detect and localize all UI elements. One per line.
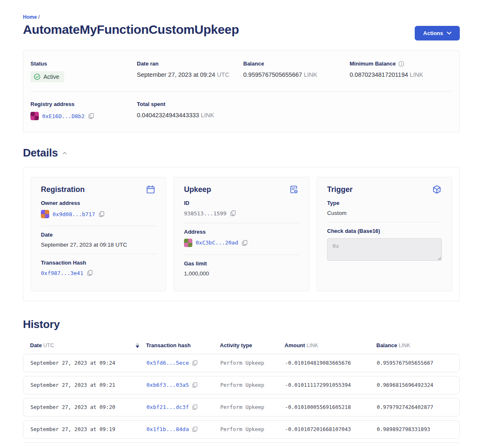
upkeep-address-identicon xyxy=(184,239,192,247)
summary-divider xyxy=(30,91,452,92)
row-activity-type: Perform Upkeep xyxy=(220,360,285,366)
check-data-textarea[interactable] xyxy=(327,238,442,261)
upkeep-address-link[interactable]: 0xC3bC...20ad xyxy=(196,240,238,246)
row-date: September 27, 2023 at 09:21 xyxy=(30,382,146,388)
chevron-down-icon xyxy=(447,32,451,35)
page-container: Home / AutomateMyFunctionCustomUpkeep Ac… xyxy=(23,14,460,444)
calendar-icon xyxy=(146,184,156,194)
transaction-hash-field: Transaction Hash 0xf987...3e41 xyxy=(41,254,156,283)
copy-upkeep-address-button[interactable] xyxy=(242,240,248,246)
cube-icon xyxy=(432,184,442,194)
owner-identicon xyxy=(41,210,49,218)
status-badge: Active xyxy=(30,71,64,82)
registration-panel: Registration Owner address 0x9d08...b717 xyxy=(30,177,166,291)
upkeep-title: Upkeep xyxy=(184,185,211,194)
row-tx-link[interactable]: 0x1f1b...84da xyxy=(146,426,189,432)
date-column-label: Date xyxy=(30,342,42,348)
copy-owner-address-button[interactable] xyxy=(98,211,105,217)
upkeep-id-label: ID xyxy=(184,200,299,206)
row-activity-type: Perform Upkeep xyxy=(220,426,285,432)
registration-title: Registration xyxy=(41,185,85,194)
status-value: Active xyxy=(43,73,59,80)
table-row: September 27, 2023 at 09:19 0x1f1b...84d… xyxy=(23,420,460,439)
copy-transaction-hash-button[interactable] xyxy=(87,270,93,276)
info-icon[interactable] xyxy=(398,61,404,67)
breadcrumb-separator: / xyxy=(38,14,40,20)
date-ran-value: September 27, 2023 at 09:24 xyxy=(137,71,215,78)
gas-limit-value: 1,000,000 xyxy=(184,270,299,277)
min-balance-value: 0.0870234817201194 xyxy=(350,71,408,78)
history-heading: History xyxy=(23,318,60,331)
owner-address-link[interactable]: 0x9d08...b717 xyxy=(53,211,95,217)
row-activity-type: Perform Upkeep xyxy=(220,382,285,388)
copy-tx-button[interactable] xyxy=(192,382,198,388)
registration-date-label: Date xyxy=(41,232,156,238)
copy-icon xyxy=(192,426,198,432)
status-field: Status Active xyxy=(30,61,137,82)
total-spent-label: Total spent xyxy=(137,101,452,107)
table-row: September 27, 2023 at 09:20 0xbf21...dc3… xyxy=(23,398,460,416)
balance-suffix: LINK xyxy=(304,71,317,78)
transaction-hash-link[interactable]: 0xf987...3e41 xyxy=(41,270,83,276)
column-header-transaction-hash: Transaction hash xyxy=(146,342,220,348)
upkeep-id-value: 938513...1599 xyxy=(184,210,227,217)
check-data-label: Check data (Base16) xyxy=(327,228,442,234)
copy-icon xyxy=(87,270,93,276)
column-header-date[interactable]: Date UTC xyxy=(30,342,146,349)
registry-address-field: Registry address 0xE16D...D8b2 xyxy=(30,101,137,122)
gas-limit-field: Gas limit 1,000,000 xyxy=(184,255,299,283)
column-header-amount: Amount LINK xyxy=(285,342,376,348)
trigger-title: Trigger xyxy=(327,185,353,194)
date-ran-field: Date ran September 27, 2023 at 09:24 UTC xyxy=(137,61,243,82)
row-amount: -0.010107201668107043 xyxy=(285,426,377,432)
registry-address-label: Registry address xyxy=(30,101,137,107)
total-spent-suffix: LINK xyxy=(201,112,214,119)
row-tx-link[interactable]: 0xbf21...dc3f xyxy=(146,404,189,410)
sort-asc-icon xyxy=(136,343,139,345)
date-ran-suffix: UTC xyxy=(217,71,229,78)
sort-desc-icon xyxy=(136,346,139,348)
row-activity-type: Perform Upkeep xyxy=(220,404,285,410)
row-balance: 0.9797927426402877 xyxy=(377,404,452,410)
copy-tx-button[interactable] xyxy=(192,360,198,366)
row-date: September 27, 2023 at 09:20 xyxy=(30,404,146,410)
row-amount: -0.010111172991055394 xyxy=(285,382,377,388)
balance-field: Balance 0.9595767505655667 LINK xyxy=(243,61,350,82)
registry-address-link[interactable]: 0xE16D...D8b2 xyxy=(42,113,85,119)
copy-upkeep-id-button[interactable] xyxy=(230,210,237,217)
breadcrumb: Home / xyxy=(23,14,460,20)
history-table-header: Date UTC Transaction hash Activity type … xyxy=(23,342,460,349)
actions-button[interactable]: Actions xyxy=(415,26,460,40)
owner-address-field: Owner address 0x9d08...b717 xyxy=(41,194,156,226)
copy-registry-address-button[interactable] xyxy=(88,113,95,119)
upkeep-address-label: Address xyxy=(184,229,299,235)
total-spent-value: 0.04042324943443333 xyxy=(137,112,199,119)
row-tx-link[interactable]: 0xb6f3...03a5 xyxy=(146,382,189,388)
row-date: September 27, 2023 at 09:24 xyxy=(30,360,146,366)
registration-date-field: Date September 27, 2023 at 09:18 UTC xyxy=(41,226,156,254)
table-row: September 27, 2023 at 09:18 0xf987...3e4… xyxy=(23,442,460,444)
check-data-field: Check data (Base16) xyxy=(327,222,442,268)
trigger-type-field: Type Custom xyxy=(327,194,442,222)
copy-icon xyxy=(88,113,95,119)
summary-card: Status Active Date ran September 27, 202… xyxy=(23,50,460,132)
copy-tx-button[interactable] xyxy=(192,426,198,432)
row-tx-link[interactable]: 0x5fd6...5ece xyxy=(146,360,189,366)
upkeep-panel: Upkeep ID 938513...1599 xyxy=(174,177,309,291)
breadcrumb-home-link[interactable]: Home xyxy=(23,14,37,20)
registry-identicon xyxy=(30,112,39,120)
document-gear-icon xyxy=(289,184,299,194)
table-row: September 27, 2023 at 09:24 0x5fd6...5ec… xyxy=(23,354,460,372)
copy-tx-button[interactable] xyxy=(192,404,198,410)
copy-icon xyxy=(242,240,248,246)
sort-button[interactable] xyxy=(135,342,140,349)
registration-date-value: September 27, 2023 at 09:18 UTC xyxy=(41,242,156,248)
min-balance-field: Minimum Balance 0.0870234817201194 LINK xyxy=(350,61,452,82)
total-spent-field: Total spent 0.04042324943443333 LINK xyxy=(137,101,452,122)
row-amount: -0.010104819083665676 xyxy=(285,360,377,366)
date-column-suffix: UTC xyxy=(43,343,54,348)
page-title: AutomateMyFunctionCustomUpkeep xyxy=(23,23,239,37)
history-rows: September 27, 2023 at 09:24 0x5fd6...5ec… xyxy=(23,354,460,444)
collapse-chevron-up-icon[interactable] xyxy=(62,151,67,155)
balance-label: Balance xyxy=(243,61,350,67)
